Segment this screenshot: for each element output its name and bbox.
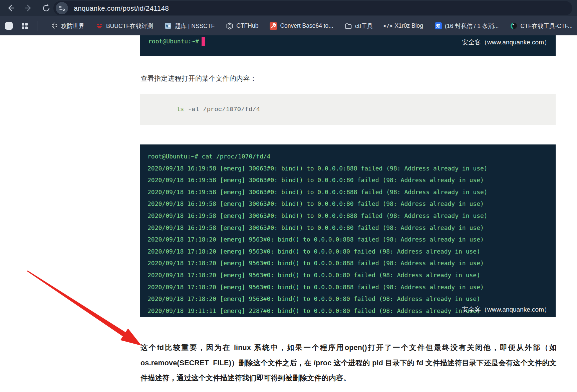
terminal-command-line: root@Ubuntu:~# cat /proc/1070/fd/4	[148, 150, 556, 162]
terminal-log-line: 2020/09/18 17:18:20 [emerg] 9563#0: bind…	[148, 293, 556, 305]
terminal-log-line: 2020/09/18 17:18:20 [emerg] 9563#0: bind…	[148, 269, 556, 281]
buuctf-logo-icon	[96, 23, 103, 29]
bookmark-item-nssctf[interactable]: 题库 | NSSCTF	[165, 22, 215, 30]
content-left-divider	[126, 35, 126, 392]
bookmark-item-zhihu[interactable]: 知(16 封私信 / 1 条消...	[435, 22, 499, 30]
bookmark-label: Convert Base64 to...	[280, 22, 333, 29]
back-button[interactable]	[5, 3, 16, 13]
bookmark-label: 题库 | NSSCTF	[175, 22, 215, 30]
terminal-screenshot-top: root@Ubuntu:~# 安全客（www.anquanke.com）	[140, 35, 556, 56]
terminal-log-line: 2020/09/18 17:18:20 [emerg] 9563#0: bind…	[148, 281, 556, 293]
apps-grid-icon[interactable]	[21, 22, 29, 30]
bookmark-item-globe[interactable]: 攻防世界	[51, 22, 84, 30]
terminal-log-line: 2020/09/18 16:19:58 [emerg] 30063#0: bin…	[148, 198, 556, 210]
code-block: ls -al /proc/1070/fd/4	[140, 94, 556, 125]
bookmark-label: X1r0z Blog	[394, 22, 423, 29]
tracking-protection-icon	[59, 5, 65, 12]
terminal-log-line: 2020/09/18 17:18:20 [emerg] 9563#0: bind…	[148, 234, 556, 246]
url-bar[interactable]: anquanke.com/post/id/241148	[53, 1, 572, 15]
page-content: root@Ubuntu:~# 安全客（www.anquanke.com） 查看指…	[0, 35, 577, 392]
bookmark-label: CTF在线工具-CTF...	[520, 22, 573, 30]
moon-badge-icon	[510, 22, 517, 29]
site-info-button[interactable]	[56, 2, 68, 14]
terminal-log-line: 2020/09/18 16:19:58 [emerg] 30063#0: bin…	[148, 186, 556, 198]
folder-icon	[345, 22, 352, 30]
bookmark-item-wrench[interactable]: Convert Base64 to...	[270, 22, 333, 30]
bookmark-item-buuctf[interactable]: BUUCTF在线评测	[96, 22, 153, 30]
bookmark-label: (16 封私信 / 1 条消...	[445, 22, 499, 30]
terminal-screenshot-main: root@Ubuntu:~# cat /proc/1070/fd/4 2020/…	[140, 144, 556, 317]
terminal-log-line: 2020/09/18 16:19:58 [emerg] 30063#0: bin…	[148, 210, 556, 222]
side-panel-icon[interactable]	[5, 22, 13, 30]
terminal-cursor	[202, 37, 205, 46]
bookmark-item-moon[interactable]: CTF在线工具-CTF...	[510, 22, 573, 30]
terminal-log-line: 2020/09/18 16:19:58 [emerg] 30063#0: bin…	[148, 162, 556, 174]
code-brackets-icon: </>	[383, 23, 392, 29]
zhihu-icon: 知	[435, 22, 442, 29]
watermark-text: 安全客（www.anquanke.com）	[462, 305, 550, 314]
bookmark-item-ctfhub[interactable]: CTFHub	[226, 22, 258, 30]
reload-icon	[42, 4, 51, 13]
bookmark-label: 攻防世界	[61, 22, 84, 30]
bookmarks-divider	[37, 21, 37, 31]
bookmark-label: CTFHub	[236, 22, 258, 29]
bookmark-item-folder[interactable]: ctf工具	[345, 22, 373, 30]
terminal-log-line: 2020/09/18 16:19:58 [emerg] 30063#0: bin…	[148, 174, 556, 186]
terminal-log-line: 2020/09/18 17:18:20 [emerg] 9563#0: bind…	[148, 246, 556, 258]
forward-arrow-icon	[24, 3, 33, 13]
code-keyword: ls	[176, 106, 184, 113]
reload-button[interactable]	[41, 3, 51, 13]
bookmark-label: BUUCTF在线评测	[106, 22, 153, 30]
code-rest: -al /proc/1070/fd/4	[184, 106, 260, 113]
terminal-log-line: 2020/09/18 16:19:58 [emerg] 30063#0: bin…	[148, 222, 556, 234]
bookmarks-bar: 攻防世界BUUCTF在线评测题库 | NSSCTFCTFHubConvert B…	[0, 16, 577, 35]
terminal-prompt: root@Ubuntu:~#	[148, 38, 199, 45]
terminal-log-line: 2020/09/18 17:18:20 [emerg] 9563#0: bind…	[148, 257, 556, 269]
intro-paragraph: 查看指定进程打开的某个文件的内容：	[140, 74, 556, 83]
back-arrow-icon	[6, 3, 15, 13]
wrench-badge-icon	[270, 22, 277, 30]
browser-toolbar: anquanke.com/post/id/241148	[0, 0, 577, 16]
ctfhub-logo-icon	[226, 22, 233, 30]
watermark-text: 安全客（www.anquanke.com）	[462, 38, 550, 47]
bookmark-label: ctf工具	[355, 22, 373, 30]
forward-button[interactable]	[23, 3, 34, 13]
bold-paragraph: 这个fd比较重要，因为在 linux 系统中，如果一个程序用open()打开了一…	[140, 340, 557, 386]
bookmark-list: 攻防世界BUUCTF在线评测题库 | NSSCTFCTFHubConvert B…	[51, 22, 573, 30]
nssctf-logo-icon	[165, 22, 172, 29]
url-text[interactable]: anquanke.com/post/id/241148	[74, 4, 169, 12]
terminal-log: 2020/09/18 16:19:58 [emerg] 30063#0: bin…	[148, 162, 556, 317]
bookmark-item-code[interactable]: </>X1r0z Blog	[384, 22, 423, 30]
globe-icon	[51, 22, 58, 29]
